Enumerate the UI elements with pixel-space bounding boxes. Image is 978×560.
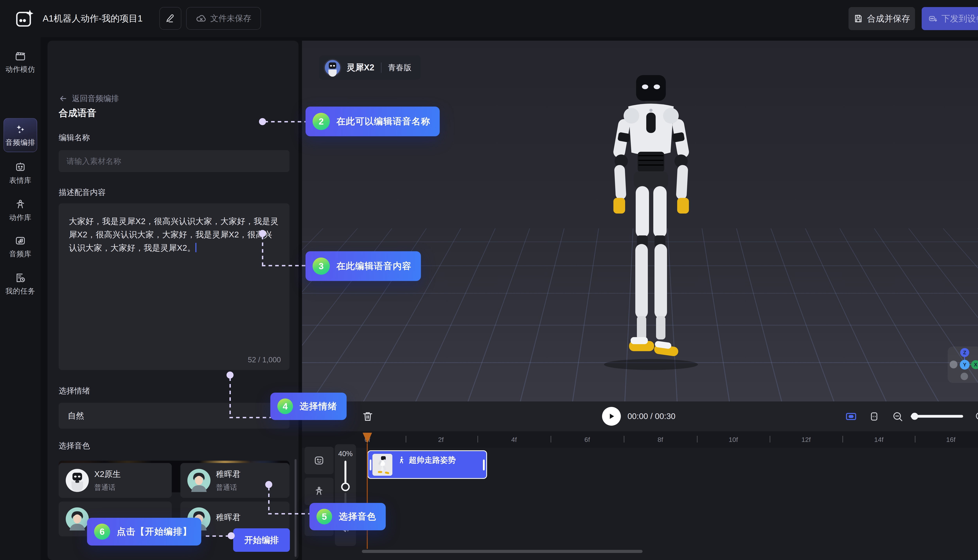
connector-line — [268, 513, 310, 515]
connector-dot-textarea — [259, 230, 266, 237]
rename-button[interactable] — [159, 7, 181, 30]
clip-trim-handle-right[interactable] — [483, 460, 485, 470]
play-button[interactable] — [602, 407, 621, 426]
content-field-label: 描述配音内容 — [59, 187, 106, 198]
sidebar-label: 我的任务 — [5, 286, 35, 296]
synthesize-save-button[interactable]: 合成并保存 — [848, 7, 915, 30]
project-title: A1机器人动作-我的项目1 — [43, 0, 143, 37]
expression-smiley-icon — [313, 455, 325, 466]
connector-line — [229, 377, 231, 418]
text-caret — [195, 243, 196, 252]
sidebar-item-expression-library[interactable]: 表情库 — [0, 162, 41, 185]
clapperboard-icon — [15, 50, 26, 62]
connector-line — [206, 535, 229, 537]
start-orchestrate-button[interactable]: 开始编排 — [233, 528, 290, 552]
music-box-icon — [15, 235, 26, 247]
robot-model-name: 灵犀X2 — [347, 62, 374, 73]
sidebar-item-my-tasks[interactable]: 我的任务 — [0, 272, 41, 296]
deploy-label: 下发到设备 — [941, 13, 978, 25]
clip-label: 超帅走路姿势 — [409, 455, 456, 465]
voice-content-text: 大家好，我是灵犀X2，很高兴认识大家，大家好，我是灵犀X2，很高兴认识大家，大家… — [69, 217, 279, 252]
axis-gizmo[interactable]: Z Y X — [948, 347, 978, 383]
cloud-unsaved-icon — [196, 13, 207, 24]
left-nav-sidebar: 动作模仿 音频编排 表情库 动作库 音频库 我的任务 — [0, 37, 41, 560]
step-number-badge: 6 — [94, 523, 110, 540]
timeline-horizontal-scrollbar[interactable] — [362, 550, 643, 553]
ruler-label: 14f — [867, 436, 891, 443]
emotion-select[interactable]: 自然 — [59, 403, 289, 428]
ruler-label: 2f — [429, 436, 452, 443]
deploy-to-device-button[interactable]: 下发到设备 — [922, 7, 978, 30]
volume-slider-thumb[interactable] — [341, 483, 350, 491]
expand-clip-button[interactable] — [867, 410, 881, 423]
sidebar-item-audio-library[interactable]: 音频库 — [0, 235, 41, 259]
sidebar-item-audio-orchestrate[interactable]: 音频编排 — [0, 123, 41, 147]
badge-divider — [381, 63, 381, 73]
zoom-slider-thumb[interactable] — [911, 413, 918, 420]
connector-dot-voice — [265, 481, 272, 488]
zoom-out-button[interactable] — [891, 410, 905, 423]
emotion-field-label: 选择情绪 — [59, 385, 90, 396]
time-display: 00:00 / 00:30 — [628, 402, 676, 431]
ruler-label: 8f — [649, 436, 672, 443]
expand-horizontal-icon — [869, 411, 880, 422]
tutorial-step-6: 6 点击【开始编排】 — [87, 518, 201, 545]
walking-robot-thumbnail — [372, 454, 392, 476]
trash-icon — [362, 410, 374, 422]
tutorial-step-5: 5 选择音色 — [309, 503, 386, 530]
timeline-panel: 00:00 / 00:30 0f 2f 4f 6 — [302, 402, 978, 560]
clip-trim-handle-left[interactable] — [370, 460, 371, 470]
ruler-tick — [770, 436, 770, 442]
delete-clip-button[interactable] — [359, 407, 377, 425]
voice-card-zhihuijun[interactable]: 稚晖君 普通话 — [180, 463, 289, 498]
voice-card-x2-native[interactable]: X2原生 普通话 — [59, 463, 172, 498]
robot-face-icon — [15, 162, 26, 173]
robot-avatar — [324, 59, 342, 77]
voice-name: X2原生 — [94, 469, 121, 480]
back-to-audio-orchestrate[interactable]: 返回音频编排 — [59, 93, 119, 104]
timeline-ruler[interactable]: 0f 2f 4f 6f 8f 10f 12f 14f 16f — [302, 432, 978, 448]
playhead-line — [367, 443, 368, 549]
voice-content-textarea[interactable]: 大家好，我是灵犀X2，很高兴认识大家，大家好，我是灵犀X2，很高兴认识大家，大家… — [59, 203, 289, 370]
material-name-input[interactable]: 请输入素材名称 — [59, 150, 289, 172]
tutorial-step-2: 2 在此可以编辑语音名称 — [305, 107, 440, 136]
sidebar-item-motion-mimic[interactable]: 动作模仿 — [0, 50, 41, 74]
task-list-clock-icon — [15, 272, 26, 283]
connector-line — [229, 417, 271, 418]
timeline-controls: 00:00 / 00:30 — [302, 402, 978, 431]
panel-scrollbar[interactable] — [295, 459, 297, 557]
sidebar-label: 音频编排 — [5, 138, 35, 147]
gizmo-negative-z[interactable] — [961, 373, 968, 380]
fit-timeline-button[interactable] — [844, 410, 858, 423]
voice-lang: 普通话 — [94, 483, 121, 492]
timeline-clip-walk-pose[interactable]: 超帅走路姿势 — [367, 450, 487, 479]
step-text: 选择音色 — [339, 510, 376, 523]
action-track-button[interactable] — [305, 478, 334, 505]
zoom-in-icon — [975, 411, 978, 422]
gizmo-z-axis[interactable]: Z — [960, 348, 969, 357]
sidebar-label: 表情库 — [9, 176, 32, 185]
tutorial-step-4: 4 选择情绪 — [270, 393, 347, 420]
step-text: 在此可以编辑语音名称 — [336, 115, 430, 127]
fit-clip-icon — [845, 410, 857, 423]
name-field-label: 编辑名称 — [59, 132, 90, 143]
volume-slider-track-upper[interactable] — [344, 461, 346, 484]
zoom-in-button[interactable] — [973, 410, 978, 423]
ruler-tick — [697, 436, 698, 442]
timeline-zoom-slider[interactable] — [911, 415, 963, 418]
connector-dot-emotion — [227, 372, 234, 378]
char-counter: 52 / 1,000 — [248, 356, 281, 364]
sidebar-item-action-library[interactable]: 动作库 — [0, 199, 41, 223]
ruler-tick — [624, 436, 624, 442]
sparkles-audio-icon — [15, 123, 26, 135]
gizmo-y-axis[interactable]: Y — [960, 360, 970, 370]
playhead-handle[interactable] — [362, 432, 373, 444]
walking-person-icon — [397, 456, 405, 464]
connector-line — [268, 487, 270, 514]
expression-track-button[interactable] — [305, 447, 334, 474]
gizmo-negative-x[interactable] — [950, 360, 958, 368]
step-text: 点击【开始编排】 — [117, 526, 192, 538]
ruler-label: 16f — [939, 436, 963, 443]
person-icon — [15, 199, 26, 210]
robot-3d-viewport[interactable]: 灵犀X2 青春版 Z Y X — [302, 41, 978, 402]
